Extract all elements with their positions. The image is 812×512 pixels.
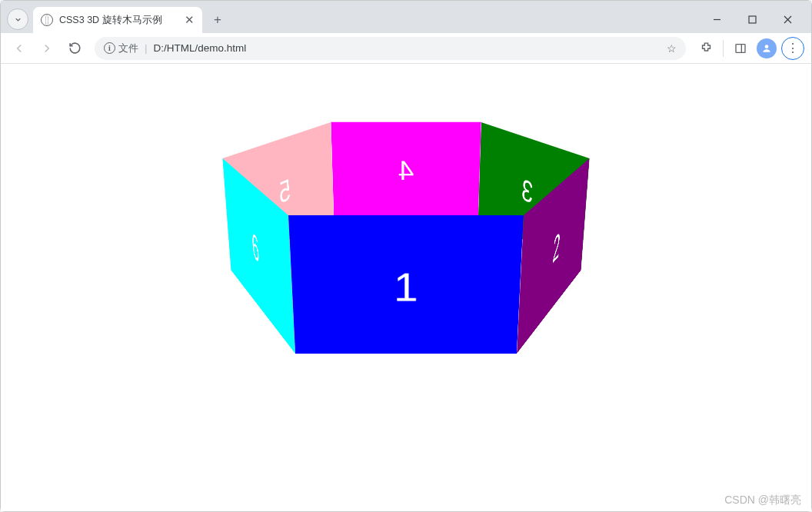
watermark: CSDN @韩曙亮 [724, 494, 801, 507]
close-window-button[interactable] [770, 7, 805, 32]
window-controls [699, 5, 805, 33]
divider [723, 40, 724, 57]
panel-number: 6 [251, 222, 260, 271]
carousel-3d: 1 2 3 4 5 6 [314, 158, 498, 271]
globe-icon [41, 14, 53, 26]
site-info-chip[interactable]: i 文件 [104, 42, 138, 55]
svg-rect-4 [736, 44, 745, 52]
browser-window: CSS3 3D 旋转木马示例 ✕ + [0, 0, 812, 512]
file-label: 文件 [118, 42, 138, 55]
new-tab-button[interactable]: + [207, 9, 228, 31]
side-panel-icon[interactable] [728, 36, 753, 61]
minimize-button[interactable] [699, 7, 734, 32]
tab-title: CSS3 3D 旋转木马示例 [59, 14, 162, 27]
carousel-panel-4: 4 [331, 122, 481, 216]
address-bar[interactable]: i 文件 | D:/HTML/demo.html ☆ [95, 37, 686, 60]
profile-avatar[interactable] [754, 36, 779, 61]
info-icon: i [104, 42, 115, 54]
panel-number: 1 [394, 263, 418, 309]
panel-number: 3 [521, 171, 534, 211]
carousel-scene: 1 2 3 4 5 6 [291, 156, 521, 310]
extensions-icon[interactable] [694, 36, 718, 61]
maximize-button[interactable] [734, 7, 770, 32]
toolbar-right: ⋮ [694, 36, 805, 61]
tab-strip: CSS3 3D 旋转木马示例 ✕ + [1, 1, 811, 33]
menu-button[interactable]: ⋮ [780, 36, 805, 61]
carousel-panel-1: 1 [288, 215, 524, 354]
plus-icon: + [214, 12, 221, 28]
bookmark-star-icon[interactable]: ☆ [667, 42, 677, 55]
toolbar: i 文件 | D:/HTML/demo.html ☆ ⋮ [1, 33, 811, 64]
close-tab-icon[interactable]: ✕ [185, 13, 195, 27]
panel-number: 4 [398, 155, 414, 186]
svg-point-6 [765, 45, 769, 48]
forward-button[interactable] [35, 36, 59, 61]
page-viewport: 1 2 3 4 5 6 [1, 64, 811, 511]
avatar-icon [757, 38, 777, 58]
kebab-icon: ⋮ [781, 37, 804, 60]
panel-number: 5 [278, 171, 291, 211]
reload-button[interactable] [62, 36, 87, 61]
svg-rect-1 [749, 16, 756, 23]
url-text: D:/HTML/demo.html [154, 42, 247, 54]
panel-number: 2 [552, 222, 561, 271]
back-button[interactable] [7, 36, 32, 61]
tab-search-button[interactable] [7, 8, 28, 30]
browser-tab[interactable]: CSS3 3D 旋转木马示例 ✕ [33, 7, 202, 33]
